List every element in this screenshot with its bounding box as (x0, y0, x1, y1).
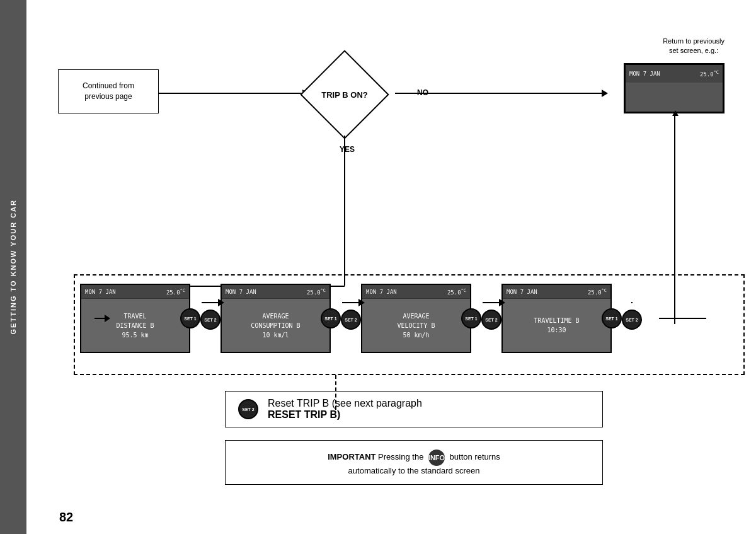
arrow-1 (202, 302, 219, 303)
set2-button-2[interactable]: SET 2 (341, 310, 361, 330)
reset-box: SET 2 Reset TRIP B (see next paragraph R… (225, 391, 603, 427)
set2-button-4[interactable]: SET 2 (622, 310, 642, 330)
sidebar: GETTING TO KNOW YOUR CAR (0, 0, 26, 534)
screen-arrow-3 (483, 302, 500, 303)
main-content: Return to previously set screen, e.g.: M… (26, 0, 756, 534)
screen-1-text: TRAVEL DISTANCE B 95.5 km (116, 311, 154, 340)
set1-btn-2: SET 1 (321, 308, 341, 328)
return-text: Return to previously set screen, e.g.: (663, 37, 724, 56)
set1-button-1[interactable]: SET 1 (180, 308, 200, 328)
screen-2-top: MON 7 JAN 25.0°C (222, 285, 329, 299)
page-number: 82 (59, 510, 73, 525)
diamond-container: TRIP B ON? (304, 54, 386, 136)
reset-bold-text: RESET TRIP B) (268, 409, 340, 420)
important-box: IMPORTANT Pressing the INFO button retur… (225, 440, 603, 485)
arrow-area-2: SET 2 (341, 302, 361, 335)
set2-button-1[interactable]: SET 2 (200, 310, 220, 330)
important-prefix: IMPORTANT (328, 452, 378, 461)
reset-text-container: Reset TRIP B (see next paragraph RESET T… (268, 398, 422, 421)
screen-4-date: MON 7 JAN (507, 289, 537, 295)
screen-1-body: TRAVEL DISTANCE B 95.5 km (81, 299, 189, 352)
set1-btn-3: SET 1 (461, 308, 481, 328)
screen-arrow-2 (342, 302, 360, 303)
set1-btn-4: SET 1 (602, 308, 622, 328)
return-screen-date: MON 7 JAN (629, 71, 660, 77)
set2-button-3[interactable]: SET 2 (481, 310, 501, 330)
screen-3-top: MON 7 JAN 25.0°C (362, 285, 470, 299)
set2-btn-4-wrap: SET 2 (622, 302, 642, 330)
arrow-3 (483, 302, 500, 303)
screen-unit-2: MON 7 JAN 25.0°C AVERAGE CONSUMPTION B 1… (220, 284, 341, 353)
arrow-area-1: SET 2 (200, 302, 220, 335)
screens-row: MON 7 JAN 25.0°C TRAVEL DISTANCE B 95.5 … (80, 284, 642, 353)
h-line-to-right (659, 318, 706, 319)
screen-arrow-1 (202, 302, 219, 303)
set2-area-1: SET 2 (200, 303, 220, 330)
arrow-end-line (631, 302, 633, 303)
set2-area-2: SET 2 (341, 303, 361, 330)
screen-4-temp: 25.0°C (588, 288, 607, 296)
set2-reset-button[interactable]: SET 2 (238, 399, 258, 419)
set1-button-3[interactable]: SET 1 (461, 308, 481, 328)
reset-text: Reset TRIP B (see next paragraph (268, 398, 422, 409)
sidebar-label: GETTING TO KNOW YOUR CAR (9, 199, 17, 334)
screen-4-body: TRAVELTIME B 10:30 (503, 299, 610, 352)
continued-text: Continued from previous page (83, 81, 134, 102)
return-screen-top: MON 7 JAN 25.0°C (626, 65, 723, 83)
info-badge: INFO (428, 450, 445, 466)
arrow-continued-to-diamond (159, 93, 304, 94)
screen-2-temp: 25.0°C (307, 288, 326, 296)
right-up-arrowhead (672, 110, 679, 116)
screen-1-date: MON 7 JAN (85, 289, 116, 295)
set2-area-3: SET 2 (481, 303, 501, 330)
bottom-section: SET 2 Reset TRIP B (see next paragraph R… (80, 391, 748, 485)
set1-button-4[interactable]: SET 1 (602, 308, 622, 328)
yes-label: YES (340, 145, 355, 154)
screen-2-text: AVERAGE CONSUMPTION B 10 km/l (251, 311, 300, 340)
return-screen: MON 7 JAN 25.0°C (624, 63, 724, 113)
entry-arrowhead (105, 315, 110, 322)
screen-4: MON 7 JAN 25.0°C TRAVELTIME B 10:30 (501, 284, 612, 353)
screen-2: MON 7 JAN 25.0°C AVERAGE CONSUMPTION B 1… (220, 284, 331, 353)
set1-button-2[interactable]: SET 1 (321, 308, 341, 328)
diamond-label: TRIP B ON? (304, 54, 386, 136)
screen-1-temp: 25.0°C (166, 288, 185, 296)
screen-3-body: AVERAGE VELOCITY B 50 km/h (362, 299, 470, 352)
return-screen-temp: 25.0°C (700, 70, 719, 78)
important-text: Pressing the (378, 452, 426, 461)
arrow-area-3: SET 2 (481, 302, 501, 335)
v-drop-yes (344, 136, 345, 286)
screen-3-text: AVERAGE VELOCITY B 50 km/h (397, 311, 435, 340)
screen-4-top: MON 7 JAN 25.0°C (503, 285, 610, 299)
screen-unit-3: MON 7 JAN 25.0°C AVERAGE VELOCITY B 50 k… (361, 284, 481, 353)
no-label: NO (417, 88, 428, 97)
arrow-2 (342, 302, 360, 303)
screen-1-top: MON 7 JAN 25.0°C (81, 285, 189, 299)
set1-btn-1: SET 1 (180, 308, 200, 328)
screen-unit-4: MON 7 JAN 25.0°C TRAVELTIME B 10:30 SET … (501, 284, 622, 353)
screen-3-temp: 25.0°C (447, 288, 466, 296)
screen-3-date: MON 7 JAN (366, 289, 397, 295)
continued-box: Continued from previous page (58, 69, 159, 113)
flowchart: Return to previously set screen, e.g.: M… (39, 13, 743, 504)
screen-2-body: AVERAGE CONSUMPTION B 10 km/l (222, 299, 329, 352)
screen-4-text: TRAVELTIME B 10:30 (534, 316, 579, 335)
screen-3: MON 7 JAN 25.0°C AVERAGE VELOCITY B 50 k… (361, 284, 471, 353)
screen-2-date: MON 7 JAN (226, 289, 256, 295)
set2-area-4: SET 2 (622, 302, 642, 335)
